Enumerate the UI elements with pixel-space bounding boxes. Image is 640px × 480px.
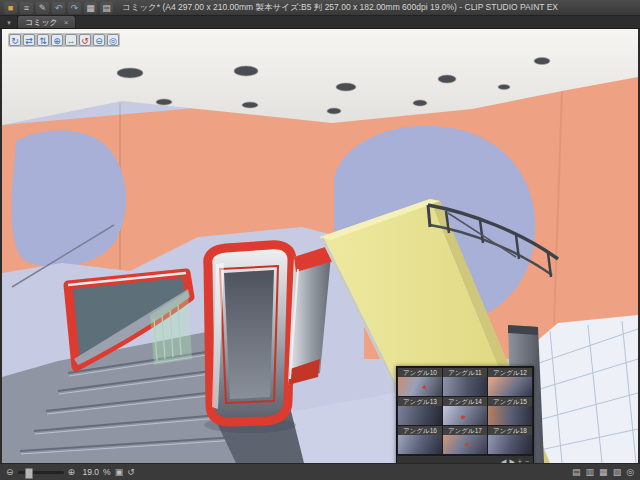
angle-preset-label: アングル16 [398, 426, 442, 435]
document-tabbar: ▾ コミック × [0, 16, 640, 29]
angle-preset-label: アングル12 [488, 368, 532, 377]
camera-tool-palette: ↻ ⇄ ⇅ ⊕ ↔ ↺ ⊖ ◎ [8, 33, 120, 47]
fit-screen-icon[interactable]: ▣ [115, 465, 124, 480]
zoom-controls: ⊖ ⊕ 19.0 % ▣ ↺ [6, 465, 135, 480]
statusbar: ⊖ ⊕ 19.0 % ▣ ↺ ▤ ▥ ▦ ▧ ◎ [0, 463, 640, 480]
angle-panel-footer: ◀ ▶ + − [397, 455, 533, 463]
angle-preset[interactable]: アングル13 [398, 397, 442, 425]
camera-zoom-icon[interactable]: ⊕ [51, 34, 63, 46]
angle-preset-panel: アングル10 アングル11 アングル12 アングル13 アングル14 [396, 366, 534, 463]
angle-preset[interactable]: アングル10 [398, 368, 442, 396]
document-tab[interactable]: コミック × [17, 15, 76, 28]
main-menu-icon[interactable]: ≡ [20, 2, 33, 14]
window-title: コミック* (A4 297.00 x 210.00mm 製本サイズ:B5 判 2… [122, 2, 636, 14]
3d-scene[interactable] [2, 29, 638, 463]
statusbar-icon-4[interactable]: ▧ [613, 465, 622, 480]
camera-reset-icon[interactable]: ◎ [107, 34, 119, 46]
angle-preset-grid: アングル10 アングル11 アングル12 アングル13 アングル14 [397, 367, 533, 455]
angle-preset-thumbnail[interactable] [398, 435, 442, 454]
angle-preset-thumbnail[interactable] [443, 377, 487, 396]
statusbar-icon-5[interactable]: ◎ [626, 465, 634, 480]
angle-preset-thumbnail[interactable] [488, 377, 532, 396]
camera-pan-icon[interactable]: ⇄ [23, 34, 35, 46]
app-icon[interactable]: ■ [4, 2, 17, 14]
tab-close-icon[interactable]: × [64, 18, 69, 27]
zoom-value: 19.0 [79, 467, 99, 477]
app-window: ■ ≡ ✎ ↶ ↷ ▦ ▤ コミック* (A4 297.00 x 210.00m… [0, 0, 640, 480]
camera-rotate-icon[interactable]: ↻ [9, 34, 21, 46]
grid-view-icon[interactable]: ▦ [84, 2, 97, 14]
angle-preset-label: アングル11 [443, 368, 487, 377]
angle-preset[interactable]: アングル16 [398, 426, 442, 454]
document-tab-label: コミック [25, 17, 58, 28]
angle-preset-thumbnail[interactable] [488, 435, 532, 454]
zoom-out-icon[interactable]: ⊖ [6, 465, 14, 480]
zoom-slider[interactable] [18, 471, 64, 474]
tab-list-icon[interactable]: ▾ [3, 17, 15, 28]
titlebar-toolbar: ■ ≡ ✎ ↶ ↷ ▦ ▤ [4, 2, 113, 14]
angle-preset[interactable]: アングル17 [443, 426, 487, 454]
statusbar-icon-1[interactable]: ▤ [572, 465, 581, 480]
angle-preset[interactable]: アングル18 [488, 426, 532, 454]
angle-preset[interactable]: アングル15 [488, 397, 532, 425]
object-move-icon[interactable]: ↔ [65, 34, 77, 46]
zoom-in-icon[interactable]: ⊕ [68, 465, 76, 480]
angle-preset[interactable]: アングル14 [443, 397, 487, 425]
statusbar-icon-3[interactable]: ▦ [599, 465, 608, 480]
angle-preset[interactable]: アングル12 [488, 368, 532, 396]
angle-preset-label: アングル17 [443, 426, 487, 435]
camera-dolly-icon[interactable]: ⇅ [37, 34, 49, 46]
zoom-slider-knob[interactable] [25, 468, 33, 479]
titlebar: ■ ≡ ✎ ↶ ↷ ▦ ▤ コミック* (A4 297.00 x 210.00m… [0, 0, 640, 16]
undo-icon[interactable]: ↶ [52, 2, 65, 14]
escalator-center-balustrade[interactable] [208, 245, 292, 422]
object-scale-icon[interactable]: ⊖ [93, 34, 105, 46]
angle-preset-thumbnail[interactable] [398, 377, 442, 396]
zoom-unit: % [103, 467, 111, 477]
angle-preset-label: アングル18 [488, 426, 532, 435]
angle-preset-thumbnail[interactable] [488, 406, 532, 425]
object-rotate-icon[interactable]: ↺ [79, 34, 91, 46]
angle-preset-label: アングル15 [488, 397, 532, 406]
angle-preset-label: アングル10 [398, 368, 442, 377]
angle-preset-label: アングル14 [443, 397, 487, 406]
rotate-reset-icon[interactable]: ↺ [127, 465, 135, 480]
document-canvas[interactable]: ↻ ⇄ ⇅ ⊕ ↔ ↺ ⊖ ◎ アングル10 アングル11 アングル12 [2, 29, 638, 463]
statusbar-right-tools: ▤ ▥ ▦ ▧ ◎ [572, 465, 634, 480]
statusbar-icon-2[interactable]: ▥ [586, 465, 595, 480]
angle-preset-thumbnail[interactable] [443, 406, 487, 425]
angle-preset-thumbnail[interactable] [443, 435, 487, 454]
edit-pencil-icon[interactable]: ✎ [36, 2, 49, 14]
angle-preset[interactable]: アングル11 [443, 368, 487, 396]
redo-icon[interactable]: ↷ [68, 2, 81, 14]
layers-icon[interactable]: ▤ [100, 2, 113, 14]
angle-preset-label: アングル13 [398, 397, 442, 406]
angle-preset-thumbnail[interactable] [398, 406, 442, 425]
